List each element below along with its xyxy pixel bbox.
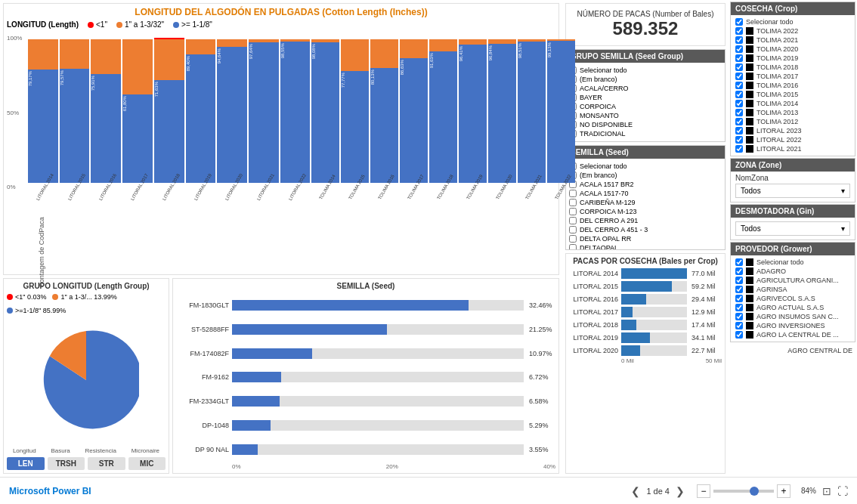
cosecha-label: Selecionar todo xyxy=(746,18,794,26)
cosecha-checkbox[interactable] xyxy=(735,145,743,153)
cosecha-checkbox[interactable] xyxy=(735,118,743,125)
provedor-checkbox[interactable] xyxy=(735,267,743,275)
provedor-checkbox[interactable] xyxy=(735,277,743,284)
provedor-checkbox[interactable] xyxy=(735,304,743,311)
color-box xyxy=(746,145,753,153)
desmotadora-chevron-icon: ▾ xyxy=(841,224,845,233)
filter-checkbox[interactable] xyxy=(569,217,577,224)
semilla-filter-body[interactable]: Selecionar todo(Em branco)ACALA 1517 BR2… xyxy=(566,159,725,249)
bar-stack: 98,51% xyxy=(518,39,546,183)
cosecha-checkbox[interactable] xyxy=(735,18,743,26)
y-axis-label: Contagem de CodPaca xyxy=(38,217,45,288)
main-container: LONGITUD DEL ALGODÓN EN PULGADAS (Cotton… xyxy=(0,0,857,504)
cosecha-checkbox[interactable] xyxy=(735,91,743,98)
provedor-checkbox[interactable] xyxy=(735,331,743,339)
provedor-label: AGRO ACTUAL S.A.S xyxy=(756,304,824,311)
filter-checkbox[interactable] xyxy=(569,244,577,249)
filter-label: DELTA OPAL RR xyxy=(580,235,631,243)
zoom-slider[interactable] xyxy=(713,490,774,493)
provedor-filter-body[interactable]: Selecionar todoADAGROAGRICULTURA ORGANI.… xyxy=(731,255,855,342)
cosecha-checkbox[interactable] xyxy=(735,82,743,89)
filter-checkbox[interactable] xyxy=(569,226,577,233)
nav-btn-mic[interactable]: MIC xyxy=(128,457,166,470)
pie-legend-orange: 1" a 1-3/... 13.99% xyxy=(52,293,116,301)
cosecha-checkbox[interactable] xyxy=(735,27,743,35)
nav-btn-trsh[interactable]: TRSH xyxy=(48,457,85,470)
desmotadora-value: Todos xyxy=(741,224,761,233)
provedor-checkbox[interactable] xyxy=(735,295,743,302)
seed-bar-fill xyxy=(232,396,280,407)
zona-filter-header: ZONA (Zone) xyxy=(731,159,855,172)
bar-stack: 86,63% xyxy=(400,39,428,183)
color-box xyxy=(746,73,753,80)
provedor-filter-item: AGRIVECOL S.A.S xyxy=(735,294,850,303)
bar-group: 89,40%LITORAL 2019 xyxy=(186,32,216,190)
y-50: 50% xyxy=(7,110,26,116)
provedor-label: AGRO INVERSIONES xyxy=(756,322,825,329)
filter-label: CARIBEÑA M-129 xyxy=(580,199,636,206)
nav-btn-str[interactable]: STR xyxy=(88,457,125,470)
zoom-minus-btn[interactable]: − xyxy=(697,484,710,498)
filter-checkbox[interactable] xyxy=(569,208,577,215)
provedor-checkbox[interactable] xyxy=(735,286,743,293)
pacas-value: 22.7 Mil xyxy=(691,347,722,354)
filter-checkbox[interactable] xyxy=(569,190,577,197)
cosecha-checkbox[interactable] xyxy=(735,100,743,107)
nav-forward-btn[interactable]: ❯ xyxy=(676,485,685,497)
provedor-checkbox[interactable] xyxy=(735,313,743,320)
cosecha-checkbox[interactable] xyxy=(735,36,743,44)
zoom-plus-btn[interactable]: + xyxy=(777,484,790,498)
pacas-name: LITORAL 2020 xyxy=(569,347,618,354)
bar-segment-orange xyxy=(91,39,121,74)
cosecha-checkbox[interactable] xyxy=(735,136,743,144)
filter-checkbox[interactable] xyxy=(569,199,577,206)
seed-x-axis: 0% 20% 40% xyxy=(176,463,555,470)
cosecha-label: TOLIMA 2018 xyxy=(756,63,798,71)
seed-bar-row: FM-1830GLT32.46% xyxy=(176,300,555,311)
pacas-row: LITORAL 201712.9 Mil xyxy=(569,307,722,317)
filter-item: (Em branco) xyxy=(569,171,722,180)
pie-svg xyxy=(33,327,139,433)
pacas-row: LITORAL 201817.4 Mil xyxy=(569,320,722,330)
cosecha-checkbox[interactable] xyxy=(735,73,743,80)
seed-group-filter-body[interactable]: Selecionar todo(Em branco)ACALA/CERROBAY… xyxy=(566,63,725,141)
seed-bar-fill xyxy=(232,372,281,382)
legend-label-blue: >= 1-1/8" xyxy=(181,20,212,29)
zoom-handle xyxy=(750,487,759,496)
bales-number: 589.352 xyxy=(572,18,719,39)
desmotadora-dropdown[interactable]: Todos ▾ xyxy=(735,221,850,236)
fit-icon[interactable]: ⊡ xyxy=(822,485,831,497)
bar-group: 96,41%TOLIMA 2019 xyxy=(459,32,487,190)
bar-group: 79,57%LITORAL 2015 xyxy=(60,32,90,190)
bar-stack: 96,41% xyxy=(459,39,487,183)
pacas-fill xyxy=(621,307,633,317)
zona-dropdown[interactable]: Todos ▾ xyxy=(735,184,850,198)
pacas-track xyxy=(621,268,687,279)
bar-segment-blue: 99,13% xyxy=(547,41,575,183)
power-bi-link[interactable]: Microsoft Power BI xyxy=(9,486,91,496)
bar-group: 86,63%TOLIMA 2017 xyxy=(400,32,428,190)
provedor-filter-item: AGRO LA CENTRAL DE ... xyxy=(735,330,850,339)
bar-group: 98,51%TOLIMA 2021 xyxy=(518,32,546,190)
legend-dot-blue xyxy=(173,22,179,28)
provedor-checkbox[interactable] xyxy=(735,322,743,329)
nav-btn-len[interactable]: LEN xyxy=(7,457,45,470)
color-box xyxy=(746,109,753,116)
color-box xyxy=(746,91,753,98)
fullscreen-icon[interactable]: ⛶ xyxy=(837,485,848,497)
cosecha-filter-item: TOLIMA 2014 xyxy=(735,99,850,108)
cosecha-checkbox[interactable] xyxy=(735,127,743,135)
seed-bar-name: FM-1830GLT xyxy=(176,301,229,309)
bar-segment-blue: 98,55% xyxy=(280,42,311,183)
provedor-checkbox[interactable] xyxy=(735,258,743,266)
cosecha-filter-body[interactable]: Selecionar todoTOLIMA 2022TOLIMA 2021TOL… xyxy=(731,15,855,156)
cosecha-checkbox[interactable] xyxy=(735,54,743,62)
zoom-value: 84% xyxy=(794,487,816,495)
nav-back-btn[interactable]: ❮ xyxy=(631,485,640,497)
seed-bar-row: ST-52888FF21.25% xyxy=(176,324,555,335)
cosecha-checkbox[interactable] xyxy=(735,109,743,116)
cosecha-checkbox[interactable] xyxy=(735,63,743,71)
filter-checkbox[interactable] xyxy=(569,235,577,243)
cosecha-checkbox[interactable] xyxy=(735,45,743,53)
cosecha-filter-item: TOLIMA 2013 xyxy=(735,108,850,117)
